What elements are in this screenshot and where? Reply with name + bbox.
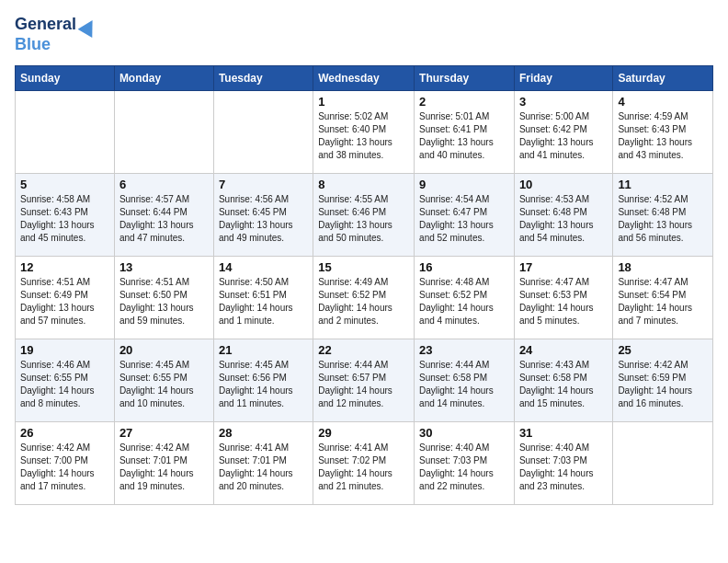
day-number: 6 (119, 178, 209, 191)
calendar-cell: 24Sunrise: 4:43 AM Sunset: 6:58 PM Dayli… (514, 339, 612, 422)
calendar-cell: 6Sunrise: 4:57 AM Sunset: 6:44 PM Daylig… (114, 174, 213, 257)
day-number: 13 (119, 260, 209, 274)
calendar-cell: 28Sunrise: 4:41 AM Sunset: 7:01 PM Dayli… (213, 422, 313, 505)
calendar-cell: 15Sunrise: 4:49 AM Sunset: 6:52 PM Dayli… (313, 257, 415, 339)
calendar-cell: 14Sunrise: 4:50 AM Sunset: 6:51 PM Dayli… (213, 257, 313, 339)
day-info: Sunrise: 4:46 AM Sunset: 6:55 PM Dayligh… (20, 359, 109, 410)
calendar-cell: 4Sunrise: 4:59 AM Sunset: 6:43 PM Daylig… (613, 91, 713, 174)
calendar-cell: 1Sunrise: 5:02 AM Sunset: 6:40 PM Daylig… (313, 91, 415, 174)
day-number: 2 (419, 95, 509, 109)
day-number: 25 (618, 343, 708, 357)
day-number: 4 (618, 95, 708, 109)
day-number: 3 (519, 95, 608, 109)
calendar-cell: 17Sunrise: 4:47 AM Sunset: 6:53 PM Dayli… (514, 257, 612, 339)
day-info: Sunrise: 4:44 AM Sunset: 6:58 PM Dayligh… (419, 359, 509, 410)
day-info: Sunrise: 5:02 AM Sunset: 6:40 PM Dayligh… (318, 110, 409, 162)
header-monday: Monday (114, 66, 213, 91)
week-row-3: 19Sunrise: 4:46 AM Sunset: 6:55 PM Dayli… (16, 339, 713, 422)
header-tuesday: Tuesday (213, 66, 313, 91)
logo-text: GeneralBlue (15, 15, 76, 54)
day-number: 29 (318, 426, 409, 440)
page-header: GeneralBlue (15, 15, 713, 54)
header-thursday: Thursday (415, 66, 515, 91)
week-row-0: 1Sunrise: 5:02 AM Sunset: 6:40 PM Daylig… (16, 91, 713, 174)
day-info: Sunrise: 4:47 AM Sunset: 6:54 PM Dayligh… (618, 276, 708, 327)
svg-marker-0 (78, 17, 98, 38)
week-row-4: 26Sunrise: 4:42 AM Sunset: 7:00 PM Dayli… (16, 422, 713, 505)
day-number: 20 (119, 343, 209, 357)
day-info: Sunrise: 4:48 AM Sunset: 6:52 PM Dayligh… (419, 276, 509, 327)
calendar-cell: 13Sunrise: 4:51 AM Sunset: 6:50 PM Dayli… (114, 257, 213, 339)
day-info: Sunrise: 4:58 AM Sunset: 6:43 PM Dayligh… (20, 193, 109, 245)
day-number: 9 (419, 178, 509, 191)
calendar-table: SundayMondayTuesdayWednesdayThursdayFrid… (15, 65, 713, 505)
header-friday: Friday (514, 66, 612, 91)
day-number: 14 (219, 260, 308, 274)
day-info: Sunrise: 4:59 AM Sunset: 6:43 PM Dayligh… (618, 110, 708, 162)
calendar-cell: 22Sunrise: 4:44 AM Sunset: 6:57 PM Dayli… (313, 339, 415, 422)
day-number: 22 (318, 343, 409, 357)
day-info: Sunrise: 4:47 AM Sunset: 6:53 PM Dayligh… (519, 276, 608, 327)
calendar-cell: 7Sunrise: 4:56 AM Sunset: 6:45 PM Daylig… (213, 174, 313, 257)
day-info: Sunrise: 4:40 AM Sunset: 7:03 PM Dayligh… (419, 442, 509, 493)
calendar-cell (114, 91, 213, 174)
calendar-cell: 30Sunrise: 4:40 AM Sunset: 7:03 PM Dayli… (415, 422, 515, 505)
day-number: 7 (219, 178, 308, 191)
day-info: Sunrise: 4:50 AM Sunset: 6:51 PM Dayligh… (219, 276, 308, 327)
day-number: 31 (519, 426, 608, 440)
day-info: Sunrise: 4:45 AM Sunset: 6:56 PM Dayligh… (219, 359, 308, 410)
calendar-cell (613, 422, 713, 505)
day-info: Sunrise: 4:41 AM Sunset: 7:02 PM Dayligh… (318, 442, 409, 493)
day-number: 11 (618, 178, 708, 191)
day-info: Sunrise: 4:51 AM Sunset: 6:50 PM Dayligh… (119, 276, 209, 327)
day-number: 28 (219, 426, 308, 440)
calendar-cell: 26Sunrise: 4:42 AM Sunset: 7:00 PM Dayli… (16, 422, 115, 505)
calendar-cell: 11Sunrise: 4:52 AM Sunset: 6:48 PM Dayli… (613, 174, 713, 257)
day-info: Sunrise: 5:01 AM Sunset: 6:41 PM Dayligh… (419, 110, 509, 162)
day-number: 8 (318, 178, 409, 191)
calendar-cell: 12Sunrise: 4:51 AM Sunset: 6:49 PM Dayli… (16, 257, 115, 339)
day-info: Sunrise: 4:42 AM Sunset: 7:00 PM Dayligh… (20, 442, 109, 493)
day-info: Sunrise: 4:56 AM Sunset: 6:45 PM Dayligh… (219, 193, 308, 245)
calendar-cell: 18Sunrise: 4:47 AM Sunset: 6:54 PM Dayli… (613, 257, 713, 339)
calendar-cell: 25Sunrise: 4:42 AM Sunset: 6:59 PM Dayli… (613, 339, 713, 422)
calendar-cell: 10Sunrise: 4:53 AM Sunset: 6:48 PM Dayli… (514, 174, 612, 257)
header-row: SundayMondayTuesdayWednesdayThursdayFrid… (16, 66, 713, 91)
day-number: 12 (20, 260, 109, 274)
day-number: 21 (219, 343, 308, 357)
day-info: Sunrise: 4:40 AM Sunset: 7:03 PM Dayligh… (519, 442, 608, 493)
day-info: Sunrise: 4:55 AM Sunset: 6:46 PM Dayligh… (318, 193, 409, 245)
week-row-2: 12Sunrise: 4:51 AM Sunset: 6:49 PM Dayli… (16, 257, 713, 339)
day-number: 27 (119, 426, 209, 440)
header-sunday: Sunday (16, 66, 115, 91)
calendar-cell: 31Sunrise: 4:40 AM Sunset: 7:03 PM Dayli… (514, 422, 612, 505)
header-wednesday: Wednesday (313, 66, 415, 91)
day-number: 1 (318, 95, 409, 109)
day-number: 16 (419, 260, 509, 274)
calendar-cell: 16Sunrise: 4:48 AM Sunset: 6:52 PM Dayli… (415, 257, 515, 339)
calendar-cell: 23Sunrise: 4:44 AM Sunset: 6:58 PM Dayli… (415, 339, 515, 422)
calendar-cell: 9Sunrise: 4:54 AM Sunset: 6:47 PM Daylig… (415, 174, 515, 257)
calendar-cell: 19Sunrise: 4:46 AM Sunset: 6:55 PM Dayli… (16, 339, 115, 422)
calendar-cell: 5Sunrise: 4:58 AM Sunset: 6:43 PM Daylig… (16, 174, 115, 257)
day-number: 24 (519, 343, 608, 357)
header-saturday: Saturday (613, 66, 713, 91)
day-number: 19 (20, 343, 109, 357)
day-info: Sunrise: 5:00 AM Sunset: 6:42 PM Dayligh… (519, 110, 608, 162)
day-info: Sunrise: 4:52 AM Sunset: 6:48 PM Dayligh… (618, 193, 708, 245)
calendar-cell: 29Sunrise: 4:41 AM Sunset: 7:02 PM Dayli… (313, 422, 415, 505)
calendar-cell (213, 91, 313, 174)
calendar-cell: 8Sunrise: 4:55 AM Sunset: 6:46 PM Daylig… (313, 174, 415, 257)
calendar-cell: 2Sunrise: 5:01 AM Sunset: 6:41 PM Daylig… (415, 91, 515, 174)
day-number: 5 (20, 178, 109, 191)
day-info: Sunrise: 4:41 AM Sunset: 7:01 PM Dayligh… (219, 442, 308, 493)
day-info: Sunrise: 4:45 AM Sunset: 6:55 PM Dayligh… (119, 359, 209, 410)
logo-icon (78, 17, 98, 38)
day-number: 17 (519, 260, 608, 274)
day-info: Sunrise: 4:53 AM Sunset: 6:48 PM Dayligh… (519, 193, 608, 245)
day-number: 23 (419, 343, 509, 357)
day-info: Sunrise: 4:42 AM Sunset: 7:01 PM Dayligh… (119, 442, 209, 493)
day-info: Sunrise: 4:44 AM Sunset: 6:57 PM Dayligh… (318, 359, 409, 410)
calendar-cell: 3Sunrise: 5:00 AM Sunset: 6:42 PM Daylig… (514, 91, 612, 174)
day-number: 10 (519, 178, 608, 191)
